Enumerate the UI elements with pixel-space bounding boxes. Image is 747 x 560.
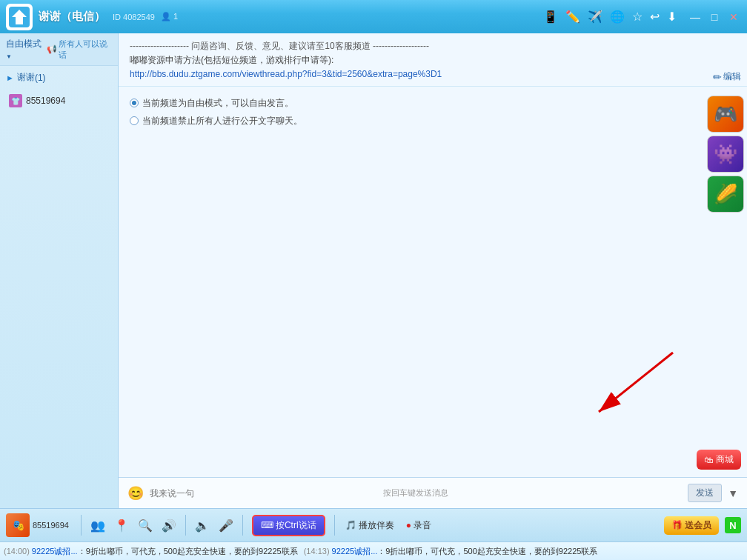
record-dot-icon: ● — [406, 520, 411, 530]
window-title: 谢谢（电信） — [39, 10, 105, 24]
separator-1 — [81, 515, 82, 536]
pencil-icon: ✏ — [713, 71, 722, 83]
record-label: 录音 — [414, 519, 431, 532]
game-icon-3[interactable]: 🌽 — [707, 176, 744, 213]
announcement-sub: 嘟嘟资源申请方法(包括短位频道，游戏排行申请等): — [130, 53, 736, 67]
ctrl-talk-button[interactable]: ⌨ 按Ctrl说话 — [252, 515, 325, 536]
airplane-icon[interactable]: ✈️ — [588, 10, 602, 24]
gift-icon: 🎁 — [671, 520, 683, 530]
separator-4 — [334, 515, 335, 536]
mode-label[interactable]: 自由模式 — [6, 38, 47, 61]
mall-icon: 🛍 — [704, 455, 713, 465]
play-label: 播放伴奏 — [359, 519, 394, 532]
vip-label: 送会员 — [685, 519, 711, 532]
input-area: 😊 按回车键发送消息 发送 ▼ — [119, 477, 747, 508]
sound-up-button[interactable]: 🔊 — [159, 515, 179, 536]
logo[interactable] — [6, 4, 33, 30]
edit-icon[interactable]: ✏️ — [565, 10, 580, 24]
download-icon[interactable]: ⬇ — [667, 10, 677, 24]
ctrl-talk-label: 按Ctrl说话 — [276, 519, 316, 532]
game-icon-2[interactable]: 👾 — [707, 136, 744, 173]
announcement-main-text: 问题咨询、反馈、意见、建议请至10客服频道 — [191, 41, 370, 51]
sidebar: 自由模式 📢 所有人可以说话 ► 谢谢 (1) 👕 85519694 — [0, 33, 119, 508]
channel-item[interactable]: ► 谢谢 (1) — [0, 69, 118, 86]
maximize-button[interactable]: □ — [707, 10, 722, 24]
announcement-link[interactable]: http://bbs.dudu.ztgame.com/viewthread.ph… — [130, 67, 736, 81]
chat-input[interactable] — [150, 488, 377, 499]
svg-line-2 — [599, 353, 673, 412]
bottom-user-name: 85519694 — [33, 521, 69, 530]
mode-option-1[interactable]: 当前频道为自由模式，可以自由发言。 — [130, 94, 736, 112]
announcement-panel: -------------------- 问题咨询、反馈、意见、建议请至10客服… — [119, 33, 747, 87]
play-accompany-button[interactable]: 🎵 播放伴奏 — [341, 517, 399, 534]
edit-button[interactable]: ✏ 编辑 — [713, 70, 741, 83]
return-icon[interactable]: ↩ — [650, 10, 660, 24]
tray-icons: 📱 ✏️ ✈️ 🌐 ☆ ↩ ⬇ — [543, 10, 677, 24]
vip-button[interactable]: 🎁 送会员 — [664, 516, 719, 535]
mode-option-1-text: 当前频道为自由模式，可以自由发言。 — [142, 94, 293, 112]
user-id: ID 4082549 — [113, 13, 155, 21]
channel-arrow-icon: ► — [6, 73, 14, 82]
user-avatar-icon: 👕 — [9, 94, 22, 107]
friends-button[interactable]: 👥 — [87, 515, 108, 536]
channel-list: ► 谢谢 (1) — [0, 66, 118, 89]
n-badge[interactable]: N — [725, 517, 741, 533]
separator-2 — [185, 515, 186, 536]
game-icon-1[interactable]: 🎮 — [707, 96, 744, 133]
music-icon: 🎵 — [345, 520, 356, 530]
mall-label: 商城 — [716, 453, 734, 466]
edit-label: 编辑 — [723, 70, 741, 83]
mic-button[interactable]: 🎤 — [216, 515, 236, 536]
radio-button-1[interactable] — [130, 99, 139, 107]
user-list: 👕 85519694 — [0, 89, 118, 113]
enter-hint: 按回车键发送消息 — [383, 487, 448, 499]
chat-area: ✏ 编辑 -------------------- 问题咨询、反馈、意见、建议请… — [119, 33, 747, 508]
user-info: 🎭 85519694 — [6, 513, 69, 537]
channel-count: (1) — [35, 73, 46, 83]
main-container: 自由模式 📢 所有人可以说话 ► 谢谢 (1) 👕 85519694 ✏ 编辑 — [0, 33, 747, 508]
all-talk-label: 📢 所有人可以说话 — [47, 39, 112, 61]
volume-button[interactable]: 🔈 — [192, 515, 213, 536]
ticker-name-1[interactable]: 92225诚招... — [32, 546, 78, 557]
user-item[interactable]: 👕 85519694 — [0, 92, 118, 110]
ticker-bar: (14:00) 92225诚招... ：9折出嘟币，可代充，500起充安全快速，… — [0, 541, 747, 560]
mode-bar: 自由模式 📢 所有人可以说话 — [0, 33, 118, 66]
location-button[interactable]: 📍 — [111, 515, 132, 536]
arrow-annotation — [562, 345, 710, 434]
ticker-text-2: ：9折出嘟币，可代充，500起充安全快速，要的到92225联系 — [377, 546, 597, 557]
separator-3 — [242, 515, 243, 536]
emoji-button[interactable]: 😊 — [127, 485, 144, 501]
ticker-time-2: (14:13) — [304, 547, 330, 556]
titlebar: 谢谢（电信） ID 4082549 👤 1 📱 ✏️ ✈️ 🌐 ☆ ↩ ⬇ — … — [0, 0, 747, 33]
send-button[interactable]: 发送 — [688, 484, 722, 502]
record-button[interactable]: ● 录音 — [402, 517, 436, 534]
user-name: 85519694 — [26, 96, 65, 106]
search-button[interactable]: 🔍 — [135, 515, 156, 536]
bottom-toolbar: 🎭 85519694 👥 📍 🔍 🔊 🔈 🎤 ⌨ 按Ctrl说话 🎵 播放伴奏 … — [0, 508, 747, 541]
window-controls: — □ ✕ — [688, 10, 741, 24]
mobile-icon[interactable]: 📱 — [543, 10, 558, 24]
announcement-dashes1: -------------------- — [130, 41, 189, 51]
mode-option-2-text: 当前频道禁止所有人进行公开文字聊天。 — [142, 112, 302, 130]
user-count: 👤 1 — [161, 12, 178, 21]
announcement-line1: -------------------- 问题咨询、反馈、意见、建议请至10客服… — [130, 39, 736, 53]
mode-options-panel: 当前频道为自由模式，可以自由发言。 当前频道禁止所有人进行公开文字聊天。 — [119, 87, 747, 137]
channel-name: 谢谢 — [17, 71, 35, 84]
ticker-time-1: (14:00) — [4, 547, 30, 556]
radio-button-2[interactable] — [130, 116, 139, 125]
globe-icon[interactable]: 🌐 — [610, 10, 625, 24]
send-options-button[interactable]: ▼ — [728, 487, 738, 499]
minimize-button[interactable]: — — [688, 10, 703, 24]
right-game-icons: 🎮 👾 🌽 — [704, 93, 747, 216]
all-talk-text: 所有人可以说话 — [59, 39, 112, 61]
announcement-dashes2: ------------------- — [373, 41, 429, 51]
announcement-url[interactable]: http://bbs.dudu.ztgame.com/viewthread.ph… — [130, 69, 442, 79]
star-icon[interactable]: ☆ — [632, 10, 643, 24]
keyboard-icon: ⌨ — [261, 520, 273, 530]
bottom-user-avatar[interactable]: 🎭 — [6, 513, 30, 537]
mode-option-2[interactable]: 当前频道禁止所有人进行公开文字聊天。 — [130, 112, 736, 130]
ticker-name-2[interactable]: 92225诚招... — [332, 546, 378, 557]
close-button[interactable]: ✕ — [726, 10, 741, 24]
ticker-text-1: ：9折出嘟币，可代充，500起充安全快速，要的到92225联系 — [78, 546, 298, 557]
mall-button[interactable]: 🛍 商城 — [697, 450, 741, 470]
